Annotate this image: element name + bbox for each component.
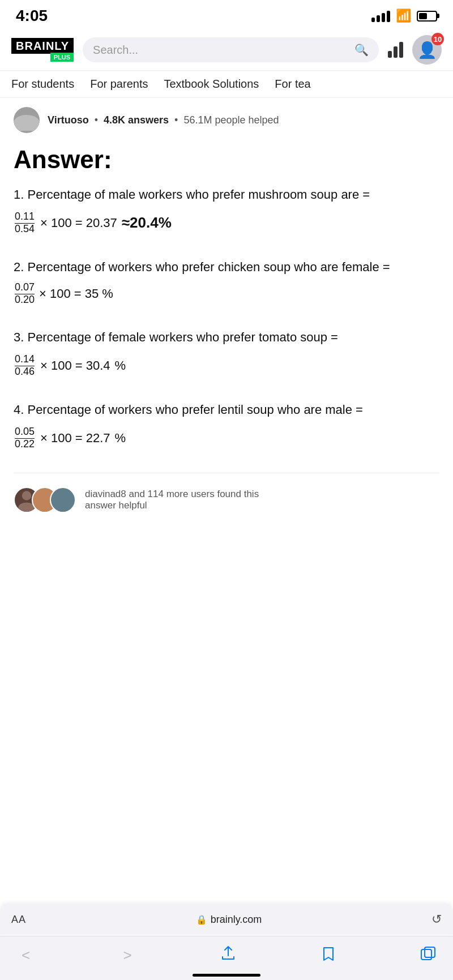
battery-icon	[417, 11, 437, 22]
browser-url: 🔒 brainly.com	[196, 914, 262, 926]
helpful-section: diavinad8 and 114 more users found this …	[14, 473, 439, 513]
browser-aa-button[interactable]: AA	[11, 914, 26, 926]
share-button[interactable]	[220, 945, 236, 965]
virtuoso-answers: 4.8K answers	[104, 114, 169, 126]
wifi-icon: 📶	[396, 8, 411, 23]
answer-block-1: 1. Percentage of male workers who prefer…	[14, 185, 439, 235]
answer-block-4: 4. Percentage of workers who prefer lent…	[14, 400, 439, 450]
status-bar: 4:05 📶	[0, 0, 453, 29]
browser-bar: AA 🔒 brainly.com ↺	[0, 904, 453, 935]
helpful-text: diavinad8 and 114 more users found this …	[85, 489, 266, 511]
fraction-4: 0.05 0.22	[15, 426, 35, 450]
math-line-1: 0.11 0.54 × 100 = 20.37 ≈20.4%	[14, 211, 439, 235]
svg-rect-6	[421, 949, 431, 960]
home-indicator	[193, 974, 260, 977]
virtuoso-label: Virtuoso	[48, 114, 89, 126]
logo-plus-text: PLUS	[50, 53, 74, 62]
content: Virtuoso • 4.8K answers • 56.1M people h…	[0, 98, 453, 527]
answer-block-3: 3. Percentage of female workers who pref…	[14, 328, 439, 378]
svg-point-0	[22, 491, 31, 500]
nav-for-students[interactable]: For students	[11, 78, 74, 91]
search-bar[interactable]: Search... 🔍	[83, 37, 379, 62]
logo: BRAINLY PLUS	[11, 38, 74, 62]
reload-icon[interactable]: ↺	[431, 912, 442, 927]
svg-point-5	[54, 502, 71, 512]
nav-links: For students For parents Textbook Soluti…	[0, 71, 453, 98]
svg-rect-7	[425, 947, 435, 957]
stats-icon[interactable]	[388, 42, 403, 58]
answer-heading: Answer:	[14, 145, 439, 174]
math-line-3: 0.14 0.46 × 100 = 30.4 %	[14, 354, 439, 378]
svg-point-2	[40, 491, 49, 500]
answer-text-2: 2. Percentage of workers who prefer chic…	[14, 258, 439, 306]
lock-icon: 🔒	[196, 914, 207, 925]
notification-badge: 10	[431, 33, 444, 45]
virtuoso-helped: 56.1M people helped	[183, 114, 279, 126]
fraction-3: 0.14 0.46	[15, 354, 35, 378]
nav-textbook-solutions[interactable]: Textbook Solutions	[164, 78, 259, 91]
svg-point-4	[58, 491, 67, 500]
avatar-wrap[interactable]: 👤 10	[412, 35, 442, 65]
tabs-button[interactable]	[420, 946, 436, 965]
signal-icon	[371, 10, 390, 22]
bookmarks-button[interactable]	[320, 945, 336, 965]
search-icon: 🔍	[354, 43, 369, 57]
logo-brainly-text: BRAINLY	[11, 38, 74, 54]
header: BRAINLY PLUS Search... 🔍 👤 10	[0, 29, 453, 71]
answer-block-2: 2. Percentage of workers who prefer chic…	[14, 258, 439, 306]
status-time: 4:05	[16, 7, 48, 25]
browser-url-text[interactable]: brainly.com	[211, 914, 262, 926]
virtuoso-avatar	[14, 107, 40, 133]
status-icons: 📶	[371, 8, 437, 23]
helpful-avatars	[14, 487, 76, 513]
nav-for-parents[interactable]: For parents	[90, 78, 148, 91]
answer-text-3: 3. Percentage of female workers who pref…	[14, 328, 439, 347]
virtuoso-info: Virtuoso • 4.8K answers • 56.1M people h…	[48, 114, 279, 126]
fraction-2: 0.07 0.20	[15, 282, 35, 306]
nav-for-teachers[interactable]: For tea	[275, 78, 310, 91]
math-line-4: 0.05 0.22 × 100 = 22.7 %	[14, 426, 439, 450]
answer-text-4: 4. Percentage of workers who prefer lent…	[14, 400, 439, 420]
fraction-1: 0.11 0.54	[15, 211, 35, 235]
forward-button[interactable]: >	[119, 942, 136, 969]
virtuoso-bar: Virtuoso • 4.8K answers • 56.1M people h…	[14, 98, 439, 141]
search-placeholder: Search...	[93, 44, 349, 57]
helpful-avatar-3	[50, 487, 76, 513]
answer-text-1: 1. Percentage of male workers who prefer…	[14, 185, 439, 204]
back-button[interactable]: <	[17, 942, 35, 969]
